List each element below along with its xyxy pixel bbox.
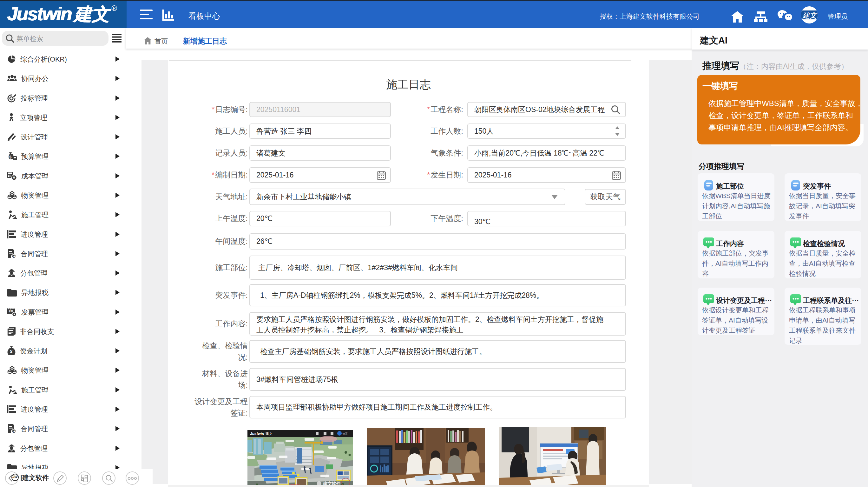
svg-text:设置: 设置 bbox=[343, 432, 348, 435]
svg-text:Justwin: Justwin bbox=[250, 431, 264, 436]
svg-text:★: ★ bbox=[13, 255, 16, 258]
svg-text:建文: 建文 bbox=[265, 432, 273, 436]
svg-text:$: $ bbox=[9, 155, 12, 160]
svg-text:¥: ¥ bbox=[13, 175, 16, 180]
svg-text:★: ★ bbox=[13, 430, 16, 433]
svg-text:¥: ¥ bbox=[10, 349, 13, 354]
